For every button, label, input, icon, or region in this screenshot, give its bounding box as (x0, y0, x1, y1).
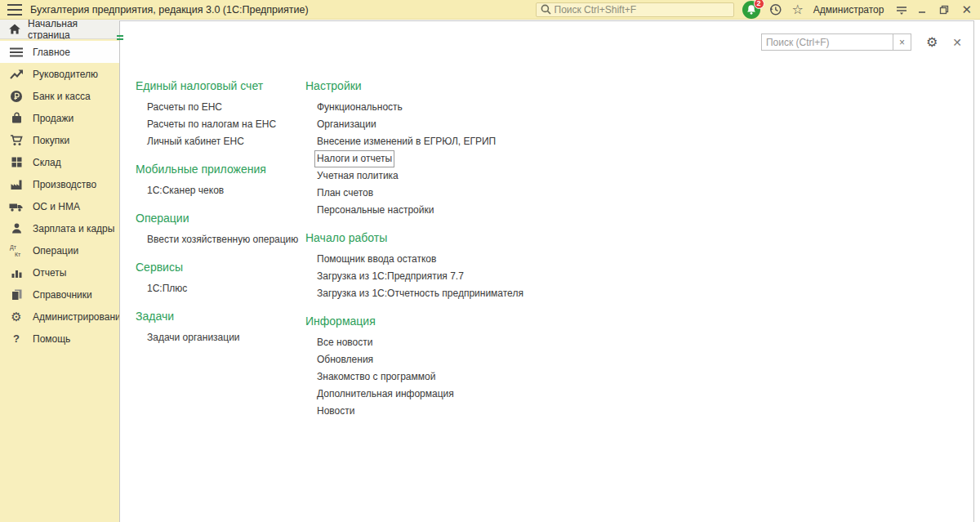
svg-text:Кт: Кт (15, 252, 21, 257)
notifications-button[interactable]: 2 (742, 1, 760, 19)
restore-icon (939, 5, 949, 15)
tab-label: Начальная страница (28, 18, 119, 41)
service-menu-icon (895, 3, 908, 16)
menu-link[interactable]: Личный кабинет ЕНС (147, 134, 244, 149)
sidebar-item[interactable]: Склад (0, 151, 119, 173)
truck-icon (8, 199, 24, 213)
window-title: Бухгалтерия предприятия, редакция 3.0 (1… (30, 4, 309, 16)
sidebar-item[interactable]: Продажи (0, 107, 119, 129)
menu-section: Мобильные приложения 1С:Сканер чеков (136, 163, 303, 199)
sidebar-item[interactable]: ⚙ Администрирование (0, 306, 119, 328)
title-bar: Бухгалтерия предприятия, редакция 3.0 (1… (0, 0, 980, 20)
trend-icon (8, 67, 24, 81)
section-heading[interactable]: Задачи (136, 310, 303, 323)
section-heading[interactable]: Операции (136, 212, 303, 225)
home-icon (9, 24, 20, 34)
sidebar-item[interactable]: Отчеты (0, 261, 119, 283)
menu-link[interactable]: Налоги и отчеты (315, 151, 394, 167)
menu-link[interactable]: Все новости (317, 335, 372, 350)
menu-link[interactable]: Дополнительная информация (317, 386, 454, 402)
sidebar-item[interactable]: Справочники (0, 283, 119, 306)
section-heading[interactable]: Единый налоговый счет (136, 79, 303, 92)
clear-search-icon[interactable]: × (893, 34, 911, 50)
books-icon (8, 288, 24, 301)
menu-link[interactable]: Организации (317, 117, 376, 132)
menu-link[interactable]: Задачи организации (147, 330, 240, 346)
boxes-icon (8, 155, 24, 169)
menu-link[interactable]: Расчеты по налогам на ЕНС (147, 117, 276, 132)
sidebar-item[interactable]: Банк и касса (0, 85, 119, 107)
minimize-button[interactable] (918, 5, 927, 14)
search-icon (541, 4, 551, 15)
menu-icon (8, 45, 24, 59)
content-toolbar: × ⚙ ✕ (761, 33, 962, 51)
menu-link[interactable]: Помощник ввода остатков (317, 252, 436, 267)
gear-icon: ⚙ (8, 310, 24, 323)
menu-section: Информация Все новости Обновления Знаком… (305, 315, 567, 419)
service-menu-button[interactable] (895, 3, 908, 16)
menu-link[interactable]: План счетов (317, 185, 373, 201)
menu-section: Операции Ввести хозяйственную операцию (136, 212, 303, 248)
menu-link[interactable]: Функциональность (317, 100, 403, 115)
main-menu-icon[interactable] (7, 4, 22, 16)
menu-link[interactable]: Загрузка из 1С:Предприятия 7.7 (317, 269, 464, 284)
dtkt-icon: ДтКт (8, 243, 24, 257)
settings-gear-icon[interactable]: ⚙ (926, 36, 938, 49)
close-panel-icon[interactable]: ✕ (952, 36, 962, 49)
menu-link[interactable]: Персональные настройки (317, 203, 434, 218)
sidebar: Главное Руководителю Банк и касса Продаж… (0, 39, 119, 522)
sidebar-item[interactable]: Зарплата и кадры (0, 217, 119, 239)
section-heading[interactable]: Настройки (305, 79, 567, 92)
local-search-input[interactable] (762, 34, 893, 50)
content-column-2: Настройки Функциональность Организации В… (305, 79, 567, 432)
close-window-button[interactable]: ✕ (961, 2, 972, 17)
sidebar-item[interactable]: ? Помощь (0, 328, 119, 350)
current-user[interactable]: Администратор (813, 4, 884, 16)
menu-section: Настройки Функциональность Организации В… (305, 79, 567, 218)
factory-icon (8, 177, 24, 191)
menu-link[interactable]: Учетная политика (317, 168, 399, 184)
menu-link[interactable]: Обновления (317, 352, 373, 368)
menu-link[interactable]: Ввести хозяйственную операцию (147, 232, 298, 248)
menu-link[interactable]: 1С:Сканер чеков (147, 183, 224, 199)
local-search-box[interactable]: × (761, 33, 911, 51)
restore-button[interactable] (939, 5, 949, 15)
content-column-1: Единый налоговый счет Расчеты по ЕНС Рас… (136, 79, 303, 359)
section-heading[interactable]: Мобильные приложения (136, 163, 303, 176)
menu-link[interactable]: 1С:Плюс (147, 281, 187, 297)
menu-link[interactable]: Расчеты по ЕНС (147, 100, 222, 115)
menu-section: Сервисы 1С:Плюс (136, 261, 303, 297)
sidebar-splitter-grip[interactable] (117, 35, 123, 40)
history-icon (768, 2, 782, 16)
section-heading[interactable]: Сервисы (136, 261, 303, 274)
menu-link[interactable]: Новости (317, 404, 354, 419)
sidebar-item[interactable]: ОС и НМА (0, 195, 119, 217)
menu-link[interactable]: Знакомство с программой (317, 369, 435, 385)
main-content-panel: × ⚙ ✕ Единый налоговый счет Расчеты по Е… (119, 20, 974, 522)
favorites-button[interactable]: ☆ (792, 2, 804, 17)
section-heading[interactable]: Информация (305, 315, 567, 328)
person-icon (8, 221, 24, 235)
menu-section: Единый налоговый счет Расчеты по ЕНС Рас… (136, 79, 303, 149)
sidebar-item[interactable]: Производство (0, 173, 119, 195)
history-button[interactable] (768, 2, 782, 16)
chart-icon (8, 265, 24, 279)
sidebar-item[interactable]: Руководителю (0, 63, 119, 85)
menu-section: Начало работы Помощник ввода остатков За… (305, 231, 567, 301)
menu-link[interactable]: Внесение изменений в ЕГРЮЛ, ЕГРИП (317, 134, 496, 149)
menu-section: Задачи Задачи организации (136, 310, 303, 346)
sidebar-item[interactable]: ДтКт Операции (0, 239, 119, 261)
bag-icon (8, 111, 24, 125)
question-icon: ? (8, 332, 24, 346)
global-search-input[interactable] (555, 4, 729, 16)
minimize-icon (918, 5, 927, 14)
ruble-icon (8, 89, 24, 103)
notification-badge: 2 (754, 0, 764, 9)
svg-text:Дт: Дт (10, 244, 17, 251)
menu-link[interactable]: Загрузка из 1С:Отчетность предпринимател… (317, 286, 523, 301)
tab-home-page[interactable]: Начальная страница (0, 20, 119, 39)
sidebar-item[interactable]: Главное (0, 41, 119, 63)
global-search-box[interactable] (536, 2, 734, 17)
section-heading[interactable]: Начало работы (305, 231, 567, 244)
sidebar-item[interactable]: Покупки (0, 129, 119, 151)
